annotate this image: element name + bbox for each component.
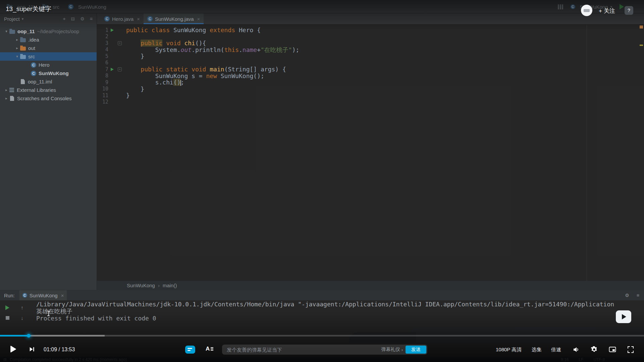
tree-expand-icon[interactable]: ▾ (3, 29, 9, 34)
crumb-label: oop_11 (17, 4, 34, 10)
episodes-button[interactable]: 选集 (532, 347, 542, 353)
down-stack-icon[interactable]: ↓ (21, 315, 23, 321)
tree-item-src[interactable]: ▾src (0, 52, 97, 61)
tree-item-label: Hero (39, 62, 50, 68)
toolwindow-toggle-icon[interactable] (3, 357, 7, 362)
collapse-all-icon[interactable] (71, 16, 75, 22)
project-panel: Project ▾ ▾oop_11~/IdeaProjects/oop▸.ide… (0, 13, 97, 290)
tree-item--idea[interactable]: ▸.idea (0, 36, 97, 44)
follow-button[interactable]: + 关注 (599, 7, 615, 15)
progress-thumb[interactable] (27, 334, 31, 338)
rerun-button[interactable] (5, 305, 9, 310)
tree-item-scratches-and-consoles[interactable]: ▸Scratches and Consoles (0, 94, 97, 103)
speed-selector[interactable]: 倍速 (551, 347, 561, 353)
cast-tv-icon[interactable] (616, 310, 631, 323)
quality-selector[interactable]: 1080P 高清 (496, 347, 522, 353)
code-line (126, 99, 639, 106)
danmaku-etiquette-link[interactable]: 弹幕礼仪 (381, 347, 400, 353)
tab-label: SunWuKong.java (155, 16, 194, 22)
settings-icon[interactable] (625, 293, 629, 298)
close-tab-icon[interactable] (197, 16, 200, 22)
close-tab-icon[interactable] (137, 16, 140, 22)
code-line: System.out.println(this.name+"在吃桃子"); (126, 47, 639, 53)
tree-expand-icon[interactable]: ▸ (14, 38, 20, 42)
run-gutter-icon[interactable] (108, 27, 116, 33)
class-icon (68, 4, 73, 9)
code-line (126, 34, 639, 40)
editor-gutter: 123456789101112 (97, 27, 126, 105)
up-stack-icon[interactable]: ↑ (21, 305, 23, 310)
code-line (126, 60, 639, 66)
status-message: Compilation completed successfully in 2 … (10, 357, 127, 362)
line-number: 9 (97, 79, 108, 85)
code-line: public void chi(){ (126, 40, 639, 47)
folder-icon (20, 38, 26, 42)
titlebar-crumb-src[interactable]: src (42, 4, 59, 10)
fold-gutter-icon[interactable] (118, 41, 122, 45)
class-icon (22, 293, 27, 298)
locate-icon[interactable] (63, 16, 66, 22)
tool-windows-icon[interactable] (558, 4, 563, 9)
hide-panel-icon[interactable] (90, 16, 93, 22)
tree-item-sunwukong[interactable]: SunWuKong (0, 69, 97, 77)
player-settings-icon[interactable] (590, 346, 598, 354)
crumb-label: src (53, 4, 59, 10)
run-button[interactable] (620, 4, 624, 9)
tree-expand-icon[interactable]: ▸ (14, 46, 20, 50)
project-panel-title[interactable]: Project (4, 16, 20, 22)
tree-item-label: Scratches and Consoles (17, 96, 72, 101)
line-number: 10 (97, 86, 108, 92)
fold-gutter-icon[interactable] (118, 67, 122, 71)
help-icon[interactable]: ? (625, 6, 633, 15)
line-ending[interactable]: LF (579, 357, 583, 362)
breadcrumb-method[interactable]: main() (163, 283, 177, 288)
titlebar-crumb-project[interactable]: oop_11 (7, 4, 34, 10)
class-icon (147, 16, 153, 21)
tree-item-external-libraries[interactable]: ▸External Libraries (0, 86, 97, 94)
code-line: public class SunWuKong extends Hero { (126, 27, 639, 34)
settings-icon[interactable] (80, 16, 85, 22)
send-danmaku-button[interactable]: 发送 (406, 346, 426, 354)
caret-position[interactable]: 9:16 (561, 357, 569, 362)
line-number: 5 (97, 53, 108, 59)
file-encoding[interactable]: UTF-8 (593, 357, 605, 362)
next-episode-button[interactable] (29, 346, 35, 354)
folder-icon (42, 5, 48, 9)
breadcrumb-class[interactable]: SunWuKong (127, 283, 155, 288)
tree-expand-icon[interactable]: ▸ (3, 88, 9, 92)
run-panel-title: Run: (4, 293, 15, 298)
tree-item-hero[interactable]: Hero (0, 61, 97, 69)
tab-sunwukong-java[interactable]: SunWuKong.java (144, 13, 204, 24)
run-tab[interactable]: SunWuKong (19, 290, 67, 300)
file-icon (21, 79, 25, 84)
tab-hero-java[interactable]: Hero.java (101, 13, 144, 24)
hide-panel-icon[interactable] (637, 293, 639, 298)
play-button[interactable] (9, 345, 17, 355)
danmaku-toggle-icon[interactable] (185, 346, 195, 354)
danmaku-input[interactable] (222, 347, 381, 353)
close-tab-icon[interactable] (61, 293, 64, 298)
folder-icon (9, 30, 15, 34)
tree-expand-icon[interactable]: ▸ (3, 96, 9, 101)
tree-item-oop-11[interactable]: ▾oop_11~/IdeaProjects/oop (0, 27, 97, 36)
code-area[interactable]: public class SunWuKong extends Hero { pu… (126, 27, 639, 105)
folder-icon (7, 5, 12, 9)
volume-icon[interactable] (572, 346, 580, 354)
crumb-label: SunWuKong (78, 4, 106, 10)
video-progress-bar[interactable] (0, 335, 644, 337)
error-stripe-mark (640, 25, 643, 28)
line-number: 12 (97, 99, 108, 105)
titlebar-crumb-class[interactable]: SunWuKong (68, 4, 106, 10)
fullscreen-icon[interactable] (627, 346, 635, 354)
stop-button[interactable] (6, 316, 9, 320)
tree-item-oop-11-iml[interactable]: oop_11.iml (0, 77, 97, 86)
code-line: } (126, 92, 639, 99)
tree-item-out[interactable]: ▸out (0, 44, 97, 52)
uploader-avatar[interactable] (581, 5, 592, 16)
tree-expand-icon[interactable]: ▾ (14, 54, 20, 59)
line-number: 11 (97, 93, 108, 99)
pip-icon[interactable] (608, 346, 616, 354)
run-gutter-icon[interactable] (108, 66, 116, 72)
danmaku-style-icon[interactable] (206, 346, 213, 352)
class-icon (31, 71, 36, 76)
